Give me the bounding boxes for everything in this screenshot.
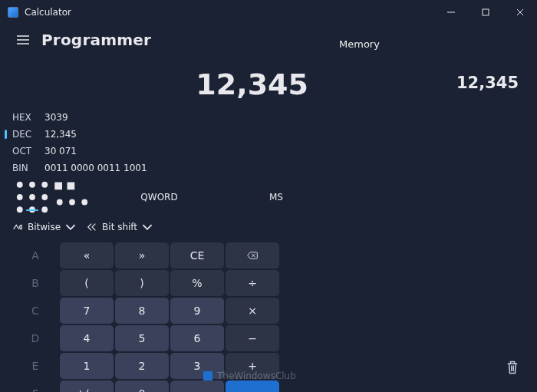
key-3[interactable]: 3 [170,353,224,379]
base-label-bin: BIN [12,160,44,176]
minimize-button[interactable] [433,0,468,25]
svg-point-20 [81,199,87,206]
full-keypad-toggle[interactable] [12,185,52,209]
svg-point-18 [57,199,63,206]
maximize-button[interactable] [468,0,502,25]
base-label-hex: HEX [12,109,44,126]
svg-rect-16 [54,183,62,190]
key-add[interactable]: + [226,353,279,379]
key-decimal[interactable]: . [170,380,224,392]
svg-point-11 [29,194,35,200]
word-size-toggle[interactable]: QWORD [92,185,226,209]
key-e: E [12,353,58,379]
svg-point-12 [41,194,48,200]
key-a: A [12,242,58,268]
key-7[interactable]: 7 [60,298,114,324]
svg-point-15 [41,206,48,212]
header: Programmer [0,25,537,51]
key-b: B [12,270,58,296]
bitshift-label: Bit shift [102,222,137,232]
key-8[interactable]: 8 [115,298,169,324]
base-value-bin: 0011 0000 0011 1001 [44,160,147,176]
bitwise-icon [12,222,23,232]
key-subtract[interactable]: − [226,325,279,351]
base-value-dec: 12,345 [44,126,77,143]
base-list: HEX 3039 DEC 12,345 OCT 30 071 BIN 0011 … [12,109,334,176]
key-lparen[interactable]: ( [60,270,114,296]
hamburger-menu[interactable] [12,29,34,51]
svg-rect-17 [68,183,75,190]
base-row-bin[interactable]: BIN 0011 0000 0011 1001 [12,160,334,176]
svg-point-19 [69,199,75,206]
svg-point-13 [17,206,23,212]
titlebar: Calculator [0,0,537,25]
key-lshift[interactable]: « [60,242,114,268]
key-9[interactable]: 9 [170,298,224,324]
key-negate[interactable]: +∕− [60,380,114,392]
bitshift-icon [87,222,97,232]
svg-point-9 [41,182,48,188]
key-multiply[interactable]: × [226,298,279,324]
key-divide[interactable]: ÷ [226,270,279,296]
memory-store-button[interactable]: MS [226,185,326,209]
base-label-dec: DEC [12,126,44,143]
chevron-down-icon [65,222,76,232]
key-percent[interactable]: % [170,270,224,296]
key-2[interactable]: 2 [115,353,169,379]
chevron-down-icon [142,222,153,232]
key-4[interactable]: 4 [60,325,114,351]
base-value-oct: 30 071 [44,143,77,160]
key-1[interactable]: 1 [60,353,114,379]
base-row-hex[interactable]: HEX 3039 [12,109,334,126]
result-display: 12,345 [12,51,322,109]
base-value-hex: 3039 [44,109,68,126]
key-d: D [12,325,58,351]
svg-rect-1 [483,9,489,15]
close-button[interactable] [502,0,537,25]
key-backspace[interactable] [226,242,279,268]
bitshift-dropdown[interactable]: Bit shift [87,218,153,236]
bitwise-dropdown[interactable]: Bitwise [12,218,76,236]
input-toolbar: QWORD MS [12,184,334,210]
svg-point-7 [17,182,23,188]
tab-memory[interactable]: Memory [339,38,380,50]
svg-point-10 [17,194,23,200]
mode-title: Programmer [41,31,151,49]
window-title: Calculator [25,7,433,18]
bitwise-label: Bitwise [28,222,61,232]
key-f: F [12,380,58,392]
key-rshift[interactable]: » [115,242,169,268]
key-equals[interactable]: = [226,380,279,392]
bit-toggling-keypad-toggle[interactable] [52,185,92,209]
base-row-oct[interactable]: OCT 30 071 [12,143,334,160]
key-6[interactable]: 6 [170,325,224,351]
base-label-oct: OCT [12,143,44,160]
key-5[interactable]: 5 [115,325,169,351]
svg-point-14 [29,206,35,212]
keypad: A « » CE B ( ) % ÷ C 7 8 9 × D 4 5 6 − E… [12,242,334,392]
memory-item-value[interactable]: 12,345 [456,74,519,92]
clear-memory-button[interactable] [505,360,520,375]
app-icon [8,7,18,18]
svg-point-8 [29,182,35,188]
trash-icon [505,360,520,375]
key-c: C [12,298,58,324]
key-rparen[interactable]: ) [115,270,169,296]
key-clear-entry[interactable]: CE [170,242,224,268]
backspace-icon [247,250,258,261]
key-0[interactable]: 0 [115,380,169,392]
base-row-dec[interactable]: DEC 12,345 [12,126,334,143]
